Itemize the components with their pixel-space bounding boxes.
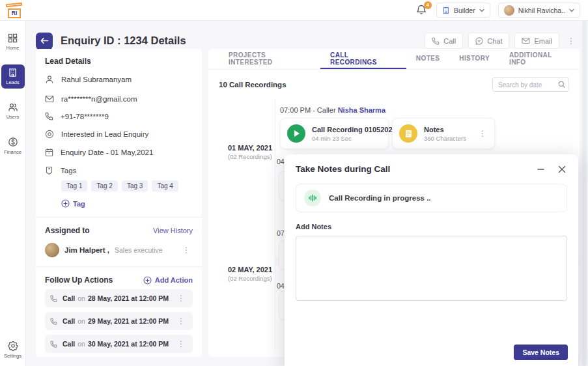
tags-list: Tag 1 Tag 2 Tag 3 Tag 4	[61, 180, 193, 191]
sidebar-item-finance[interactable]: Finance	[1, 134, 25, 158]
tag-chip[interactable]: Tag 1	[61, 180, 87, 191]
lead-enquiry-date: Enquiry Date - 01 May,2021	[61, 148, 153, 156]
phone-icon	[432, 37, 440, 45]
tag-icon	[45, 166, 53, 175]
followup-on: on	[77, 317, 85, 325]
user-menu[interactable]: Nikhil Ravicha..	[498, 3, 580, 18]
tab-call-recordings[interactable]: CALL RECORDINGS	[320, 49, 406, 69]
sidebar-item-leads[interactable]: Leads	[1, 64, 25, 89]
assignee-avatar	[45, 243, 59, 257]
close-button[interactable]	[557, 164, 567, 175]
app-logo[interactable]: RI	[5, 3, 23, 18]
plus-circle-icon	[143, 276, 152, 285]
chat-button-label: Chat	[487, 37, 502, 45]
followup-title: Follow Up Actions	[45, 275, 113, 285]
tab-notes[interactable]: NOTES	[406, 49, 449, 69]
main-content: Enquiry ID : 1234 Details Call Chat Emai…	[26, 21, 588, 366]
lead-interest: Interested in Lead Enquiry	[61, 130, 148, 138]
header-more-menu[interactable]	[565, 36, 578, 46]
play-icon	[294, 130, 300, 137]
app-window: RI 4 Builder Nikhil Ravicha.. Home	[0, 0, 588, 366]
tab-projects-interested[interactable]: PROJECTS INTERESTED	[219, 49, 320, 69]
notification-badge: 4	[424, 1, 432, 9]
lead-phone-row: +91-78*******9	[45, 112, 193, 120]
builder-label: Builder	[454, 7, 475, 14]
save-notes-button[interactable]: Save Notes	[514, 345, 568, 360]
logo-text: RI	[12, 10, 18, 16]
sidebar-item-users[interactable]: Users	[1, 99, 25, 123]
view-history-link[interactable]: View History	[153, 227, 193, 234]
tab-history[interactable]: HISTORY	[449, 49, 499, 69]
gear-icon	[8, 341, 18, 351]
notifications-button[interactable]: 4	[415, 4, 428, 17]
assigned-title: Assigned to	[45, 226, 90, 235]
followup-action: Call	[63, 294, 75, 302]
followup-action: Call	[63, 340, 75, 348]
take-notes-modal: Take Notes during Call Call Recording in…	[285, 154, 578, 366]
page-scrollbar[interactable]	[582, 21, 587, 366]
close-icon	[558, 165, 566, 173]
back-button[interactable]	[36, 33, 53, 49]
recording-entry-time: 07:00 PM - Caller Nisha Sharma	[280, 106, 385, 114]
waveform-icon	[304, 190, 321, 206]
search-box	[492, 77, 569, 92]
followup-when: 29 May, 2021 at 12:00 PM	[88, 317, 169, 325]
assignee-name: Jim Halpert ,	[64, 246, 109, 254]
lead-phone: +91-78*******9	[61, 113, 109, 120]
notes-card-title: Notes	[424, 126, 469, 134]
notes-textarea[interactable]	[296, 236, 567, 301]
recording-status-text: Call Recording in progress ..	[329, 194, 431, 202]
sidebar-item-label: Leads	[6, 79, 19, 85]
note-icon	[399, 124, 417, 143]
email-button-label: Email	[534, 37, 552, 45]
add-action-label: Add Action	[155, 276, 193, 284]
play-button[interactable]	[287, 124, 305, 143]
caller-name-link[interactable]: Nisha Sharma	[338, 106, 385, 114]
add-tag-button[interactable]: Tag	[61, 199, 193, 208]
chat-button[interactable]: Chat	[468, 33, 509, 49]
lead-interest-row: Interested in Lead Enquiry	[45, 130, 193, 139]
followup-more-menu[interactable]	[175, 339, 188, 349]
tab-additional-info[interactable]: ADDITIONAL INFO	[499, 49, 580, 69]
recording-duration: 04 min 23 Sec	[312, 135, 397, 142]
followup-action: Call	[63, 317, 75, 325]
sidebar-item-home[interactable]: Home	[1, 30, 25, 54]
page-title: Enquiry ID : 1234 Details	[61, 35, 186, 47]
followup-item[interactable]: Callon30 May, 2021 at 12:00 PM	[45, 335, 193, 353]
recordings-count: 10 Call Recordings	[219, 81, 287, 89]
logo-box: RI	[8, 8, 21, 18]
add-notes-label: Add Notes	[296, 223, 567, 231]
sidebar-item-settings[interactable]: Settings	[1, 337, 25, 362]
followup-item[interactable]: Callon29 May, 2021 at 12:00 PM	[45, 312, 193, 330]
followup-when: 28 May, 2021 at 12:00 PM	[88, 294, 169, 302]
add-tag-label: Tag	[73, 200, 85, 208]
assigned-header: Assigned to View History	[45, 226, 193, 235]
chat-icon	[475, 37, 483, 45]
tag-chip[interactable]: Tag 2	[91, 180, 117, 191]
user-name: Nikhil Ravicha..	[518, 7, 565, 14]
call-recording-card: Call Recording 01052021 04 min 23 Sec	[280, 118, 389, 149]
builder-dropdown[interactable]: Builder	[436, 3, 490, 18]
finance-dollar-icon	[8, 137, 18, 147]
add-action-button[interactable]: Add Action	[143, 276, 193, 285]
tag-chip[interactable]: Tag 4	[152, 180, 178, 191]
lead-tags-row: Tags	[45, 166, 193, 175]
timeline-divider	[275, 100, 275, 350]
email-button[interactable]: Email	[514, 33, 559, 49]
user-avatar	[504, 5, 514, 16]
timeline-group-date: 02 MAY, 2021 (02 Recordings)	[228, 266, 272, 282]
followup-more-menu[interactable]	[175, 293, 188, 303]
followup-more-menu[interactable]	[175, 316, 188, 326]
lead-details-title: Lead Details	[45, 57, 193, 66]
assignee-more-menu[interactable]	[180, 245, 193, 255]
minimize-icon	[537, 165, 545, 173]
notes-more-menu[interactable]	[476, 128, 489, 139]
tag-chip[interactable]: Tag 3	[122, 180, 148, 191]
call-button[interactable]: Call	[425, 33, 463, 49]
mail-icon	[45, 95, 54, 103]
followup-item[interactable]: Callon28 May, 2021 at 12:00 PM	[45, 289, 193, 307]
topbar-right: 4 Builder Nikhil Ravicha..	[415, 3, 580, 18]
divider	[36, 217, 202, 218]
minimize-button[interactable]	[535, 163, 546, 175]
lead-name: Rahul Subramanyam	[61, 76, 132, 83]
